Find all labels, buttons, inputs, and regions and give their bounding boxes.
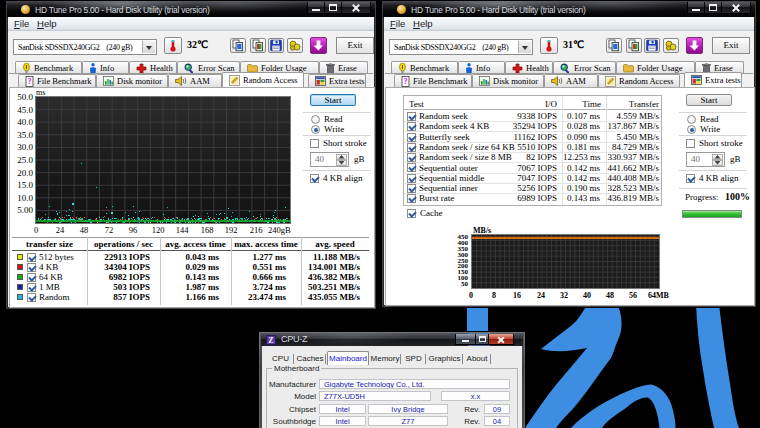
svg-text:?: ?	[28, 77, 32, 86]
svg-text:?: ?	[404, 77, 408, 86]
